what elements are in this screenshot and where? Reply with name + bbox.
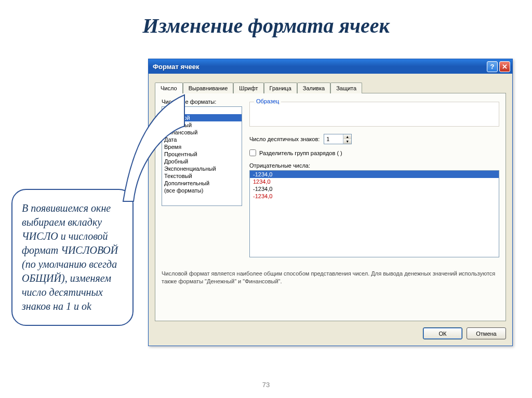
separator-label: Разделитель групп разрядов ( ) (259, 150, 342, 156)
negatives-label: Отрицательные числа: (249, 162, 499, 169)
decimals-label: Число десятичных знаков: (249, 136, 320, 142)
tab-panel-number: Числовые форматы: Общий Числовой Денежны… (155, 93, 506, 321)
format-item[interactable]: Финансовый (162, 129, 242, 136)
negatives-list[interactable]: -1234,0 1234,0 -1234,0 -1234,0 (249, 170, 499, 257)
negative-item[interactable]: -1234,0 (250, 171, 499, 178)
formats-label: Числовые форматы: (162, 99, 242, 105)
spinner-down-button[interactable]: ▼ (343, 139, 351, 144)
slide-title: Изменение формата ячеек (0, 0, 532, 38)
tabs: Число Выравнивание Шрифт Граница Заливка… (155, 82, 506, 93)
dialog-window: Формат ячеек ? ✕ Число Выравнивание Шриф… (148, 59, 513, 346)
format-item[interactable]: Экспоненциальный (162, 165, 242, 172)
tab-font[interactable]: Шрифт (233, 83, 263, 93)
dialog-body: Число Выравнивание Шрифт Граница Заливка… (149, 74, 512, 346)
negative-item[interactable]: 1234,0 (250, 178, 499, 185)
sample-group: Образец (249, 102, 499, 127)
tab-number[interactable]: Число (155, 83, 183, 93)
format-item[interactable]: Числовой (162, 114, 242, 121)
help-button[interactable]: ? (487, 61, 498, 72)
format-item[interactable]: Процентный (162, 150, 242, 158)
format-description: Числовой формат является наиболее общим … (162, 270, 499, 285)
format-item[interactable]: (все форматы) (162, 187, 242, 194)
sample-legend: Образец (254, 98, 281, 104)
format-item[interactable]: Общий (162, 107, 242, 114)
format-item[interactable]: Дополнительный (162, 180, 242, 187)
tab-alignment[interactable]: Выравнивание (183, 83, 234, 93)
tab-border[interactable]: Граница (264, 83, 297, 93)
format-item[interactable]: Дробный (162, 158, 242, 165)
ok-button[interactable]: ОК (423, 327, 462, 339)
format-item[interactable]: Время (162, 143, 242, 150)
callout: В появившемся окне выбираем вкладку ЧИСЛ… (11, 189, 134, 326)
spinner-up-button[interactable]: ▲ (343, 134, 351, 139)
separator-checkbox[interactable] (249, 149, 256, 156)
negative-item[interactable]: -1234,0 (250, 193, 499, 200)
formats-list[interactable]: Общий Числовой Денежный Финансовый Дата … (162, 106, 242, 206)
cancel-button[interactable]: Отмена (467, 327, 506, 339)
format-item[interactable]: Дата (162, 136, 242, 143)
close-button[interactable]: ✕ (499, 61, 510, 72)
negative-item[interactable]: -1234,0 (250, 185, 499, 193)
callout-text: В появившемся окне выбираем вкладку ЧИСЛ… (22, 202, 118, 312)
titlebar[interactable]: Формат ячеек ? ✕ (149, 59, 512, 74)
page-number: 73 (262, 381, 270, 389)
format-item[interactable]: Текстовый (162, 172, 242, 180)
tab-fill[interactable]: Заливка (297, 83, 330, 93)
separator-checkbox-row[interactable]: Разделитель групп разрядов ( ) (249, 149, 499, 156)
tab-protection[interactable]: Защита (330, 83, 362, 93)
titlebar-text: Формат ячеек (153, 63, 200, 71)
format-item[interactable]: Денежный (162, 121, 242, 129)
decimals-spinner[interactable]: ▲ ▼ (324, 134, 352, 144)
decimals-input[interactable] (324, 134, 343, 144)
